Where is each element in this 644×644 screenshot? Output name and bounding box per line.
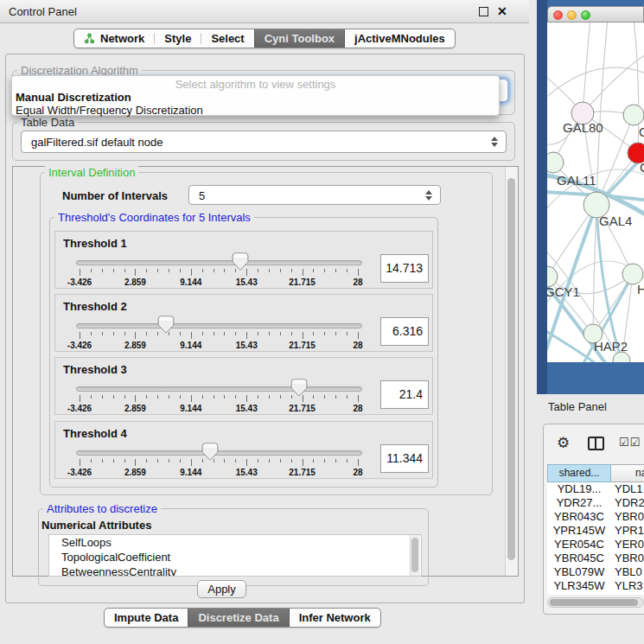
cell-shared-name: YBL079W xyxy=(547,565,611,579)
network-edge[interactable] xyxy=(596,22,608,205)
tick-label: 9.144 xyxy=(180,468,201,477)
tick-mark xyxy=(358,332,359,339)
tab-select[interactable]: Select xyxy=(201,29,253,48)
threshold-slider-track[interactable] xyxy=(76,450,362,456)
tick-mark xyxy=(135,269,136,276)
tick-mark xyxy=(146,395,147,399)
table-row[interactable]: YER054CYER0 xyxy=(547,538,644,552)
column-header-name[interactable]: na xyxy=(611,464,644,482)
network-edge[interactable] xyxy=(583,53,644,113)
tick-mark xyxy=(335,459,336,462)
algorithm-option[interactable]: Equal Width/Frequency Discretization xyxy=(16,104,203,117)
attribute-list-item[interactable]: TopologicalCoefficient xyxy=(49,550,421,564)
table-data-combobox[interactable]: galFiltered.sif default node xyxy=(21,131,507,153)
tab-jactivemnodules[interactable]: jActiveMNodules xyxy=(345,29,455,48)
threshold-slider-thumb[interactable] xyxy=(157,316,175,334)
traffic-light-close-icon[interactable] xyxy=(553,10,563,20)
table-row[interactable]: YPR145WYPR1 xyxy=(547,524,644,538)
close-icon[interactable]: ✕ xyxy=(497,4,507,18)
tick-label: -3.426 xyxy=(67,468,92,477)
tab-infer-network[interactable]: Infer Network xyxy=(290,609,380,627)
tick-mark xyxy=(80,269,80,276)
tab-cyni-toolbox[interactable]: Cyni Toolbox xyxy=(254,29,345,48)
node-label: C xyxy=(640,160,644,175)
table-row[interactable]: YBR043CYBR0 xyxy=(547,510,644,524)
table-row[interactable]: YLR345WYLR3 xyxy=(547,579,644,593)
tab-impute-data[interactable]: Impute Data xyxy=(105,609,188,627)
control-panel-tabbar: NetworkStyleSelectCyni ToolboxjActiveMNo… xyxy=(73,29,456,48)
table-row[interactable]: YDL19...YDL1 xyxy=(547,482,644,496)
table-row[interactable]: YBL079WYBL0 xyxy=(547,565,644,579)
number-of-intervals-combobox[interactable]: 5 xyxy=(188,185,441,205)
tick-mark xyxy=(135,395,136,402)
threshold-slider-track[interactable] xyxy=(76,260,362,265)
tick-mark xyxy=(358,395,359,402)
threshold-slider-thumb[interactable] xyxy=(201,443,219,461)
tick-mark xyxy=(80,395,80,402)
tick-mark xyxy=(280,269,281,272)
node-label: GA xyxy=(639,124,644,139)
tick-label: 28 xyxy=(353,404,362,413)
tab-style[interactable]: Style xyxy=(155,29,201,48)
tick-mark xyxy=(113,395,114,399)
threshold-value-field[interactable]: 11.344 xyxy=(380,444,429,473)
cell-shared-name: YLR345W xyxy=(547,579,611,593)
tick-mark xyxy=(347,459,348,462)
table-row[interactable]: YBR045CYBR0 xyxy=(547,552,644,565)
float-window-icon[interactable] xyxy=(479,7,488,16)
network-edge[interactable] xyxy=(634,22,639,153)
tick-mark xyxy=(291,332,292,335)
table-row[interactable]: YIL053CYIL0 xyxy=(547,593,644,595)
tick-mark xyxy=(280,395,281,399)
tick-mark xyxy=(124,459,125,462)
tick-mark xyxy=(214,269,214,272)
numerical-attributes-list[interactable]: SelfLoopsTopologicalCoefficientBetweenne… xyxy=(48,534,422,577)
split-columns-icon[interactable] xyxy=(588,437,604,450)
settings-scrollbar-thumb[interactable] xyxy=(507,178,515,560)
table-row[interactable]: YDR27...YDR2 xyxy=(547,496,644,510)
network-view-canvas[interactable]: GAL80GACGAL11GAL4GCY1HHAP2 xyxy=(547,22,644,362)
threshold-panel: Threshold 4 -3.4262.8599.14415.4321.7152… xyxy=(54,421,433,479)
network-desktop-edge xyxy=(537,0,547,394)
network-node[interactable] xyxy=(623,105,644,125)
tick-label: 21.715 xyxy=(289,404,316,413)
traffic-light-zoom-icon[interactable] xyxy=(581,10,590,20)
tick-mark xyxy=(224,269,225,272)
algorithm-option[interactable]: Manual Discretization xyxy=(16,91,131,104)
tab-network[interactable]: Network xyxy=(74,29,154,48)
tick-mark xyxy=(202,332,203,335)
tick-mark xyxy=(313,332,314,335)
threshold-value-field[interactable]: 14.713 xyxy=(380,254,429,283)
apply-button[interactable]: Apply xyxy=(197,580,246,598)
attributes-scrollbar-thumb[interactable] xyxy=(411,538,418,572)
tick-mark xyxy=(214,395,214,399)
tick-mark xyxy=(102,395,103,399)
select-columns-icon[interactable]: ☑☑ xyxy=(619,436,641,449)
threshold-slider-thumb[interactable] xyxy=(290,379,308,397)
table-horizontal-scrollbar-thumb[interactable] xyxy=(550,599,638,606)
traffic-light-minimize-icon[interactable] xyxy=(567,10,577,20)
cell-name: YER0 xyxy=(611,538,644,552)
tick-mark xyxy=(146,332,147,335)
threshold-slider-track[interactable] xyxy=(76,323,362,328)
tab-discretize-data[interactable]: Discretize Data xyxy=(188,609,289,627)
table-body: YDL19...YDL1YDR27...YDR2YBR043CYBR0YPR14… xyxy=(547,482,644,595)
threshold-slider-track[interactable] xyxy=(76,386,362,392)
attribute-list-item[interactable]: BetweennessCentrality xyxy=(49,564,421,577)
tick-label: 28 xyxy=(353,468,362,477)
network-edge[interactable] xyxy=(583,22,590,113)
tick-mark xyxy=(135,459,136,466)
tick-mark xyxy=(180,269,181,272)
threshold-slider-thumb[interactable] xyxy=(232,252,249,271)
attribute-list-item[interactable]: SelfLoops xyxy=(49,535,421,550)
threshold-value-field[interactable]: 6.316 xyxy=(380,317,429,346)
threshold-value-field[interactable]: 21.4 xyxy=(380,380,429,409)
gear-icon[interactable]: ⚙ xyxy=(557,434,570,452)
column-header-shared-name[interactable]: shared... xyxy=(547,464,611,482)
number-of-intervals-value: 5 xyxy=(199,188,205,201)
network-edge[interactable] xyxy=(547,67,644,100)
network-node[interactable] xyxy=(547,152,564,173)
tick-mark xyxy=(269,395,270,399)
slider-tick-labels: -3.4262.8599.14415.4321.71528 xyxy=(80,468,358,477)
tick-mark xyxy=(324,459,325,462)
